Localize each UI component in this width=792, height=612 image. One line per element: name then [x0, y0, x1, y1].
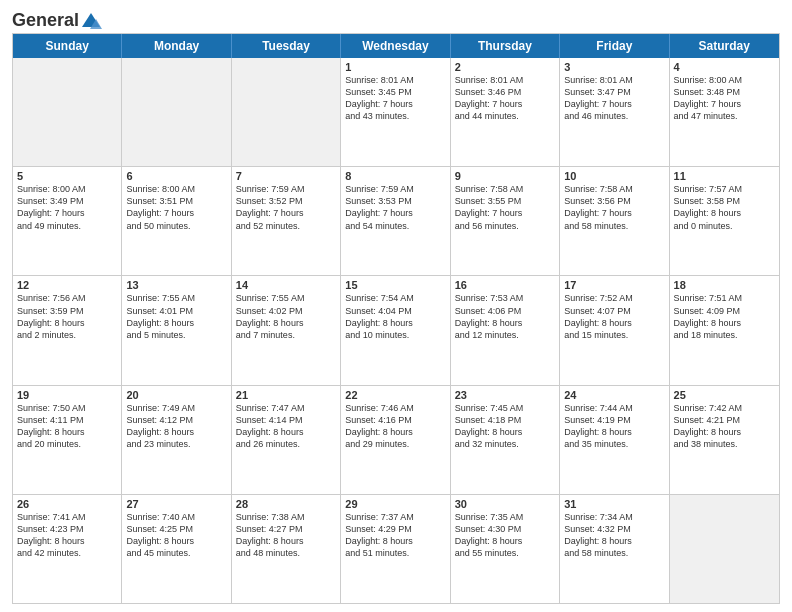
cell-text-line: Sunrise: 8:01 AM	[455, 74, 555, 86]
cell-text-line: Sunset: 4:25 PM	[126, 523, 226, 535]
day-number: 13	[126, 279, 226, 291]
cal-cell-day-29: 29Sunrise: 7:37 AMSunset: 4:29 PMDayligh…	[341, 495, 450, 603]
cell-text-line: Daylight: 8 hours	[236, 535, 336, 547]
day-number: 21	[236, 389, 336, 401]
day-number: 15	[345, 279, 445, 291]
cell-text-line: Daylight: 8 hours	[126, 317, 226, 329]
cell-text-line: Sunset: 4:14 PM	[236, 414, 336, 426]
cell-text-line: and 0 minutes.	[674, 220, 775, 232]
cell-text-line: Sunset: 4:32 PM	[564, 523, 664, 535]
cell-text-line: Sunrise: 7:59 AM	[236, 183, 336, 195]
weekday-header-tuesday: Tuesday	[232, 34, 341, 58]
cell-text-line: Daylight: 8 hours	[236, 317, 336, 329]
cal-cell-day-1: 1Sunrise: 8:01 AMSunset: 3:45 PMDaylight…	[341, 58, 450, 166]
cell-text-line: Sunrise: 7:46 AM	[345, 402, 445, 414]
cell-text-line: and 7 minutes.	[236, 329, 336, 341]
calendar: SundayMondayTuesdayWednesdayThursdayFrid…	[12, 33, 780, 604]
cell-text-line: Sunset: 3:58 PM	[674, 195, 775, 207]
cell-text-line: and 23 minutes.	[126, 438, 226, 450]
cell-text-line: Daylight: 8 hours	[455, 317, 555, 329]
cell-text-line: and 38 minutes.	[674, 438, 775, 450]
cal-cell-day-20: 20Sunrise: 7:49 AMSunset: 4:12 PMDayligh…	[122, 386, 231, 494]
cell-text-line: and 58 minutes.	[564, 220, 664, 232]
cal-cell-day-23: 23Sunrise: 7:45 AMSunset: 4:18 PMDayligh…	[451, 386, 560, 494]
cell-text-line: and 29 minutes.	[345, 438, 445, 450]
cell-text-line: and 42 minutes.	[17, 547, 117, 559]
cell-text-line: and 32 minutes.	[455, 438, 555, 450]
day-number: 6	[126, 170, 226, 182]
cell-text-line: Sunset: 4:30 PM	[455, 523, 555, 535]
cell-text-line: Daylight: 7 hours	[345, 207, 445, 219]
cell-text-line: Sunrise: 7:45 AM	[455, 402, 555, 414]
cell-text-line: Sunrise: 7:52 AM	[564, 292, 664, 304]
cell-text-line: and 47 minutes.	[674, 110, 775, 122]
calendar-row-0: 1Sunrise: 8:01 AMSunset: 3:45 PMDaylight…	[13, 58, 779, 167]
cell-text-line: and 12 minutes.	[455, 329, 555, 341]
cell-text-line: Daylight: 8 hours	[455, 426, 555, 438]
calendar-row-4: 26Sunrise: 7:41 AMSunset: 4:23 PMDayligh…	[13, 495, 779, 603]
cell-text-line: Sunset: 4:23 PM	[17, 523, 117, 535]
day-number: 10	[564, 170, 664, 182]
day-number: 3	[564, 61, 664, 73]
cell-text-line: Sunrise: 7:37 AM	[345, 511, 445, 523]
cell-text-line: Sunset: 3:53 PM	[345, 195, 445, 207]
cell-text-line: and 46 minutes.	[564, 110, 664, 122]
cell-text-line: and 45 minutes.	[126, 547, 226, 559]
cal-cell-day-21: 21Sunrise: 7:47 AMSunset: 4:14 PMDayligh…	[232, 386, 341, 494]
cal-cell-day-27: 27Sunrise: 7:40 AMSunset: 4:25 PMDayligh…	[122, 495, 231, 603]
cell-text-line: and 48 minutes.	[236, 547, 336, 559]
cal-cell-day-3: 3Sunrise: 8:01 AMSunset: 3:47 PMDaylight…	[560, 58, 669, 166]
cell-text-line: Daylight: 8 hours	[674, 426, 775, 438]
cell-text-line: Sunset: 4:07 PM	[564, 305, 664, 317]
cell-text-line: Sunset: 4:06 PM	[455, 305, 555, 317]
cell-text-line: Sunset: 4:12 PM	[126, 414, 226, 426]
header: General	[12, 10, 780, 27]
cell-text-line: Sunset: 4:27 PM	[236, 523, 336, 535]
cell-text-line: Sunrise: 7:56 AM	[17, 292, 117, 304]
weekday-header-sunday: Sunday	[13, 34, 122, 58]
cal-cell-day-2: 2Sunrise: 8:01 AMSunset: 3:46 PMDaylight…	[451, 58, 560, 166]
cell-text-line: Sunset: 4:19 PM	[564, 414, 664, 426]
cell-text-line: and 54 minutes.	[345, 220, 445, 232]
cell-text-line: Daylight: 7 hours	[674, 98, 775, 110]
cal-cell-day-4: 4Sunrise: 8:00 AMSunset: 3:48 PMDaylight…	[670, 58, 779, 166]
cell-text-line: Sunset: 4:29 PM	[345, 523, 445, 535]
day-number: 19	[17, 389, 117, 401]
cell-text-line: Sunrise: 8:01 AM	[345, 74, 445, 86]
cell-text-line: Sunset: 4:04 PM	[345, 305, 445, 317]
cal-cell-empty	[670, 495, 779, 603]
cell-text-line: Sunrise: 7:49 AM	[126, 402, 226, 414]
cell-text-line: Sunset: 4:11 PM	[17, 414, 117, 426]
cell-text-line: Daylight: 7 hours	[455, 98, 555, 110]
day-number: 11	[674, 170, 775, 182]
cell-text-line: Daylight: 8 hours	[345, 317, 445, 329]
cell-text-line: and 44 minutes.	[455, 110, 555, 122]
cal-cell-day-12: 12Sunrise: 7:56 AMSunset: 3:59 PMDayligh…	[13, 276, 122, 384]
day-number: 9	[455, 170, 555, 182]
cell-text-line: Sunset: 4:16 PM	[345, 414, 445, 426]
cell-text-line: Sunset: 4:21 PM	[674, 414, 775, 426]
cell-text-line: Daylight: 8 hours	[236, 426, 336, 438]
cal-cell-day-5: 5Sunrise: 8:00 AMSunset: 3:49 PMDaylight…	[13, 167, 122, 275]
cell-text-line: and 55 minutes.	[455, 547, 555, 559]
cell-text-line: Sunrise: 8:00 AM	[126, 183, 226, 195]
cell-text-line: and 2 minutes.	[17, 329, 117, 341]
cell-text-line: Daylight: 8 hours	[564, 426, 664, 438]
cell-text-line: Sunset: 3:56 PM	[564, 195, 664, 207]
cal-cell-day-7: 7Sunrise: 7:59 AMSunset: 3:52 PMDaylight…	[232, 167, 341, 275]
cell-text-line: Daylight: 8 hours	[17, 426, 117, 438]
cell-text-line: Daylight: 8 hours	[345, 535, 445, 547]
cell-text-line: Sunrise: 7:41 AM	[17, 511, 117, 523]
cell-text-line: Sunset: 4:01 PM	[126, 305, 226, 317]
cell-text-line: Daylight: 8 hours	[564, 317, 664, 329]
day-number: 7	[236, 170, 336, 182]
cell-text-line: Daylight: 8 hours	[455, 535, 555, 547]
cell-text-line: Sunset: 4:18 PM	[455, 414, 555, 426]
cell-text-line: Daylight: 8 hours	[674, 207, 775, 219]
cell-text-line: Daylight: 8 hours	[564, 535, 664, 547]
day-number: 4	[674, 61, 775, 73]
cell-text-line: Daylight: 7 hours	[345, 98, 445, 110]
cell-text-line: Sunrise: 7:42 AM	[674, 402, 775, 414]
cell-text-line: Daylight: 7 hours	[455, 207, 555, 219]
cell-text-line: Sunset: 4:02 PM	[236, 305, 336, 317]
